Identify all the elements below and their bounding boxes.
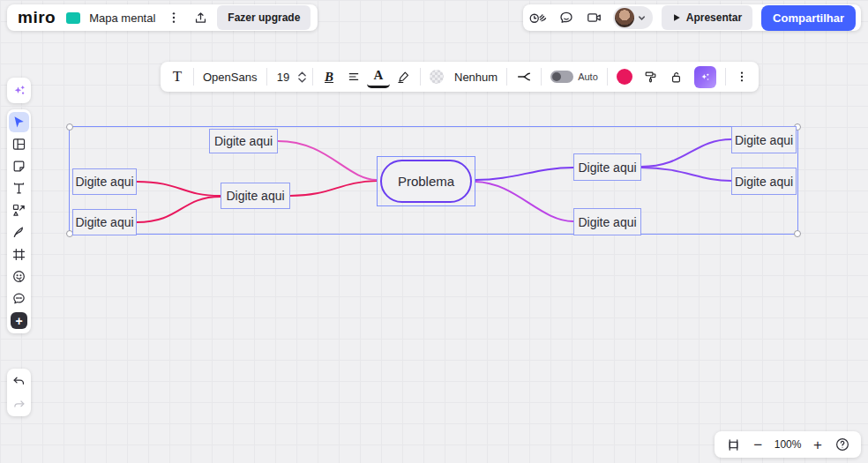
font-size-value[interactable]: 19 <box>272 65 295 88</box>
present-button-label: Apresentar <box>686 11 742 24</box>
pen-tool[interactable] <box>9 222 29 243</box>
board-icon <box>66 12 80 24</box>
top-right-bar: Apresentar Compartilhar <box>523 4 861 31</box>
add-more-tools-button[interactable]: + <box>11 312 27 329</box>
mindmap-node-mid-right-upper[interactable]: Digite aqui <box>573 153 641 181</box>
reactions-icon[interactable] <box>528 8 548 27</box>
toolbar-divider <box>420 68 421 86</box>
user-avatar <box>615 8 634 27</box>
kebab-menu-icon <box>735 70 749 84</box>
mindmap-node-left-1[interactable]: Digite aqui <box>72 168 137 195</box>
zoom-level[interactable]: 100% <box>773 438 803 451</box>
ai-assist-icon[interactable] <box>9 80 29 101</box>
mindmap-node-right-2[interactable]: Digite aqui <box>731 168 797 195</box>
board-menu-kebab-icon[interactable] <box>164 8 183 27</box>
frame-tool[interactable] <box>9 244 29 265</box>
templates-tool[interactable] <box>9 134 29 154</box>
help-icon[interactable] <box>833 435 852 454</box>
sticky-note-tool[interactable] <box>9 156 29 176</box>
lock-open-icon <box>669 70 684 85</box>
toolbar-divider <box>266 68 267 86</box>
zoom-in-button[interactable]: + <box>813 437 822 452</box>
highlight-button[interactable] <box>392 65 415 88</box>
mindmap-node-left-2[interactable]: Digite aqui <box>72 209 137 235</box>
fit-to-screen-icon[interactable] <box>723 435 743 454</box>
border-style-dropdown[interactable]: Nenhum <box>450 65 502 88</box>
bold-button[interactable]: B <box>318 65 340 88</box>
text-color-button[interactable]: A <box>367 65 390 88</box>
undo-icon[interactable] <box>9 371 29 392</box>
paint-roller-icon <box>643 70 658 85</box>
more-options-button[interactable] <box>730 65 753 88</box>
text-style-button[interactable]: T <box>166 65 189 88</box>
text-tool[interactable] <box>9 178 29 198</box>
redo-icon <box>9 393 29 414</box>
stepper-up-icon[interactable] <box>298 71 306 77</box>
font-family-dropdown[interactable]: OpenSans <box>198 65 262 88</box>
present-button[interactable]: Apresentar <box>662 5 752 30</box>
board-title[interactable]: Mapa mental <box>87 11 157 25</box>
toolbar-divider <box>725 68 726 86</box>
branch-style-button[interactable] <box>512 65 536 88</box>
font-size-stepper[interactable] <box>296 71 308 83</box>
auto-layout-toggle[interactable]: Auto <box>546 65 602 88</box>
selection-handle-top-left[interactable] <box>66 123 73 131</box>
comment-tool[interactable] <box>9 288 29 309</box>
auto-toggle-label: Auto <box>578 71 598 82</box>
comments-icon[interactable] <box>557 8 576 27</box>
branch-color-swatch <box>617 69 632 85</box>
no-fill-swatch <box>430 70 444 84</box>
selection-handle-bottom-right[interactable] <box>794 230 801 237</box>
mindmap-center-node[interactable]: Problema <box>380 160 472 203</box>
zoom-out-button[interactable]: − <box>753 437 762 452</box>
toolbar-divider <box>312 68 313 86</box>
mindmap-node-mid-right-lower[interactable]: Digite aqui <box>573 208 641 235</box>
align-button[interactable] <box>342 65 365 88</box>
copy-style-button[interactable] <box>639 65 662 88</box>
chevron-down-icon <box>637 13 647 23</box>
select-tool[interactable] <box>9 112 29 132</box>
highlighter-icon <box>396 70 411 85</box>
miro-logo[interactable]: miro <box>14 8 59 27</box>
top-left-bar: miro Mapa mental Fazer upgrade <box>7 4 318 31</box>
export-icon[interactable] <box>191 8 210 27</box>
video-chat-icon[interactable] <box>585 8 604 27</box>
branch-style-icon <box>516 69 532 85</box>
format-toolbar: T OpenSans 19 B A Nenhum <box>161 62 759 92</box>
play-icon <box>672 13 681 22</box>
sticker-tool[interactable] <box>9 266 29 287</box>
zoom-controls: − 100% + <box>715 431 861 458</box>
fill-color-button[interactable] <box>425 65 448 88</box>
toolbar-divider <box>506 68 507 86</box>
upgrade-button[interactable]: Fazer upgrade <box>217 5 311 30</box>
miro-board-canvas[interactable]: Digite aqui Digite aqui Digite aqui Digi… <box>0 0 868 463</box>
lock-button[interactable] <box>664 65 688 88</box>
branch-color-button[interactable] <box>612 65 637 88</box>
toolbar-divider <box>607 68 608 86</box>
sidebar-ai-card <box>7 78 31 103</box>
share-button[interactable]: Compartilhar <box>761 5 856 31</box>
mindmap-center-selection: Problema <box>377 156 475 206</box>
toolbar-divider <box>193 68 194 86</box>
mindmap-node-top-left[interactable]: Digite aqui <box>209 129 278 153</box>
sidebar-toolbar: + <box>7 109 31 333</box>
mindmap-node-right-1[interactable]: Digite aqui <box>731 126 797 153</box>
ai-actions-button[interactable] <box>690 65 721 88</box>
toolbar-divider <box>541 68 542 86</box>
stepper-down-icon[interactable] <box>298 78 306 83</box>
account-menu[interactable] <box>613 6 653 29</box>
toggle-switch[interactable] <box>550 71 573 83</box>
ai-sparkle-icon <box>699 71 712 84</box>
align-icon <box>347 70 361 84</box>
mindmap-node-mid-left[interactable]: Digite aqui <box>221 183 290 209</box>
shapes-tool[interactable] <box>9 200 29 220</box>
sidebar-history <box>7 369 31 416</box>
